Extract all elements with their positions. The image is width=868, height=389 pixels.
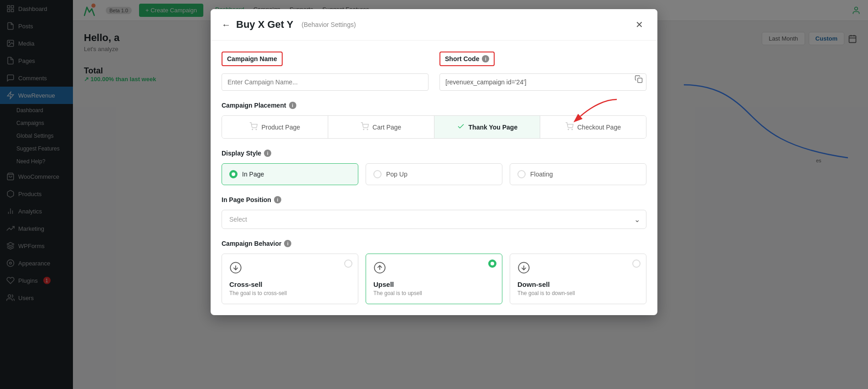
tab-product-page-label: Product Page (261, 124, 300, 131)
red-arrow (578, 97, 619, 120)
upsell-title: Upsell (373, 280, 495, 288)
style-in-page-label: In Page (242, 171, 264, 178)
campaign-behavior-label: Campaign Behavior i (222, 240, 646, 247)
behavior-info-icon[interactable]: i (284, 240, 291, 247)
position-select[interactable]: Select (222, 210, 646, 229)
placement-section: Campaign Placement i Product Page (222, 102, 646, 139)
cross-sell-desc: The goal is to cross-sell (229, 290, 351, 296)
style-floating-label: Floating (530, 171, 553, 178)
svg-point-27 (367, 129, 368, 130)
down-sell-icon (517, 261, 639, 277)
svg-point-25 (256, 129, 257, 130)
modal-title: Buy X Get Y (236, 19, 294, 31)
cross-sell-title: Cross-sell (229, 280, 351, 288)
display-style-label: Display Style i (222, 150, 646, 157)
svg-point-29 (572, 129, 573, 130)
modal-body: Campaign Name Short Code i (211, 41, 657, 315)
behavior-down-sell[interactable]: Down-sell The goal is to down-sell (510, 254, 646, 304)
upsell-icon (373, 261, 495, 277)
tab-thank-you-page-label: Thank You Page (469, 124, 518, 131)
display-style-info-icon[interactable]: i (264, 150, 271, 157)
upsell-radio (488, 259, 496, 268)
down-sell-title: Down-sell (517, 280, 639, 288)
in-page-radio-inner (232, 172, 235, 176)
campaign-name-input[interactable] (222, 73, 429, 91)
down-sell-radio (632, 259, 641, 268)
short-code-info-icon[interactable]: i (482, 55, 489, 62)
cart-page-icon (361, 122, 369, 132)
copy-shortcode-button[interactable] (635, 75, 643, 86)
upsell-radio-inner (491, 262, 494, 265)
shortcode-input[interactable] (439, 73, 646, 91)
tab-cart-page[interactable]: Cart Page (328, 116, 434, 138)
short-code-group: Short Code i (439, 52, 646, 91)
svg-rect-22 (638, 78, 642, 83)
behavior-upsell[interactable]: Upsell The goal is to upsell (366, 254, 502, 304)
style-option-in-page[interactable]: In Page (222, 163, 358, 185)
svg-point-24 (252, 129, 253, 130)
campaign-name-group: Campaign Name (222, 52, 429, 91)
modal: ← Buy X Get Y (Behavior Settings) ✕ Camp… (211, 9, 657, 315)
thank-you-page-icon (457, 122, 465, 132)
tab-cart-page-label: Cart Page (372, 124, 401, 131)
form-row-top: Campaign Name Short Code i (222, 52, 646, 91)
in-page-radio (229, 170, 238, 178)
upsell-desc: The goal is to upsell (373, 290, 495, 296)
position-select-wrapper: Select ⌄ (222, 210, 646, 229)
tab-product-page[interactable]: Product Page (222, 116, 328, 138)
in-page-position-label: In Page Position i (222, 196, 646, 203)
modal-backdrop[interactable]: ← Buy X Get Y (Behavior Settings) ✕ Camp… (73, 0, 868, 389)
cross-sell-radio (344, 259, 352, 268)
floating-radio (517, 170, 526, 178)
main-content: Beta 1.0 + Create Campaign Dashboard Cam… (73, 0, 868, 389)
tab-thank-you-page[interactable]: Thank You Page (434, 116, 541, 138)
popup-radio (373, 170, 382, 178)
cross-sell-icon (229, 261, 351, 277)
placement-info-icon[interactable]: i (289, 102, 296, 109)
checkout-page-icon (565, 122, 574, 132)
down-sell-desc: The goal is to down-sell (517, 290, 639, 296)
style-option-popup[interactable]: Pop Up (366, 163, 502, 185)
modal-back-button[interactable]: ← (222, 20, 231, 30)
product-page-icon (249, 122, 258, 132)
tab-checkout-page-label: Checkout Page (577, 124, 621, 131)
svg-point-28 (568, 129, 569, 130)
shortcode-wrapper (439, 70, 646, 91)
style-option-floating[interactable]: Floating (510, 163, 646, 185)
short-code-label: Short Code i (439, 52, 495, 66)
style-popup-label: Pop Up (386, 171, 408, 178)
behavior-options: Cross-sell The goal is to cross-sell Ups… (222, 254, 646, 304)
position-info-icon[interactable]: i (274, 196, 281, 203)
campaign-name-label: Campaign Name (222, 52, 283, 66)
modal-close-button[interactable]: ✕ (632, 17, 646, 32)
behavior-cross-sell[interactable]: Cross-sell The goal is to cross-sell (222, 254, 358, 304)
modal-header: ← Buy X Get Y (Behavior Settings) ✕ (211, 9, 657, 41)
display-style-options: In Page Pop Up Floating (222, 163, 646, 185)
svg-point-26 (363, 129, 364, 130)
modal-subtitle: (Behavior Settings) (302, 21, 356, 28)
